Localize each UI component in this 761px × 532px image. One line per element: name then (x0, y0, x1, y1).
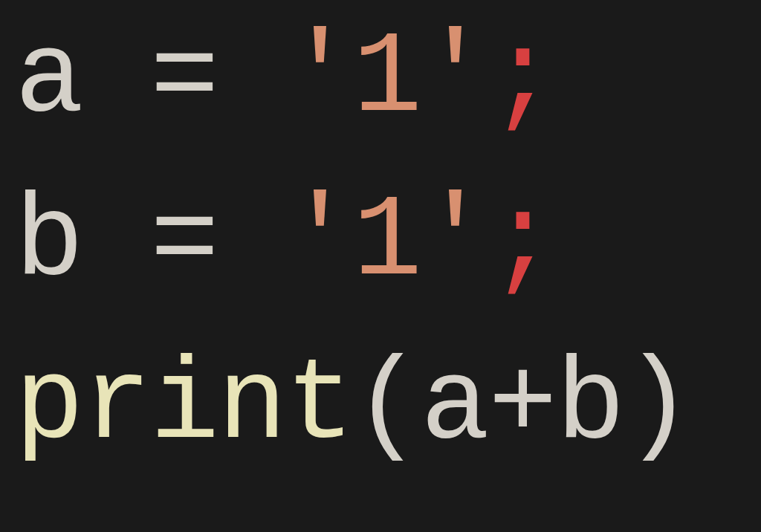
semicolon-token: ; (488, 14, 556, 145)
plus-token: + (488, 341, 556, 472)
operator-token: = (82, 14, 285, 145)
code-line-2: b = '1'; (15, 186, 746, 301)
semicolon-token: ; (488, 178, 556, 308)
paren-token: ) (624, 341, 691, 472)
variable-token: a (15, 14, 82, 145)
variable-token: a (421, 341, 488, 472)
code-editor-content: a = '1'; b = '1'; print(a+b) (15, 22, 746, 464)
variable-token: b (15, 178, 82, 308)
string-token: '1' (285, 14, 488, 145)
function-token: print (15, 341, 353, 472)
code-line-1: a = '1'; (15, 22, 746, 137)
code-line-3: print(a+b) (15, 349, 746, 464)
variable-token: b (556, 341, 624, 472)
string-token: '1' (285, 178, 488, 308)
operator-token: = (82, 178, 285, 308)
paren-token: ( (353, 341, 421, 472)
